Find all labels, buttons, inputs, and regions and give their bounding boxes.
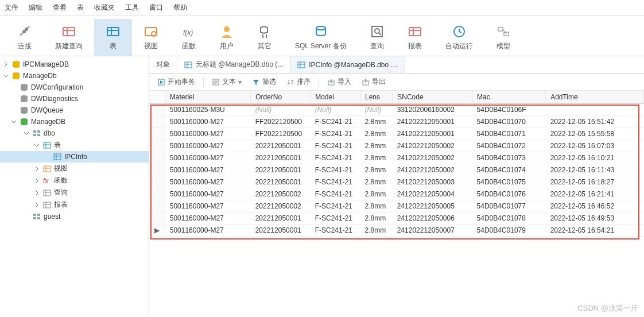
column-header-Materiel[interactable]: Materiel: [165, 91, 250, 103]
cell-OrderNo[interactable]: 202212050002: [251, 200, 311, 212]
text-button[interactable]: 文本 ▾: [208, 76, 245, 88]
tree-item-ManageDB[interactable]: ManageDB: [0, 116, 149, 127]
column-header-Lens[interactable]: Lens: [360, 91, 393, 103]
cell-OrderNo[interactable]: FF2022120500: [251, 115, 311, 127]
cell-OrderNo[interactable]: 202212050001: [251, 164, 311, 176]
cell-Lens[interactable]: 2.8mm: [360, 152, 393, 164]
tree-item-函数[interactable]: fx函数: [0, 175, 149, 187]
cell-AddTime[interactable]: 2022-12-05 16:54:21: [546, 224, 644, 236]
tree-twisty-icon[interactable]: [33, 190, 40, 196]
cell-Model[interactable]: F-SC241-21: [311, 152, 360, 164]
cell-Lens[interactable]: 2.8mm: [360, 127, 393, 140]
cell-Model[interactable]: F-SC241-21: [311, 212, 360, 224]
cell-Model[interactable]: (Null): [311, 103, 360, 115]
cell-Mac[interactable]: 54D0B4C01073: [472, 152, 546, 164]
cell-AddTime[interactable]: [546, 103, 644, 115]
cell-Model[interactable]: F-SC241-21: [311, 224, 360, 236]
tree-item-DWDiagnostics[interactable]: DWDiagnostics: [0, 93, 149, 105]
cell-OrderNo[interactable]: 202212050001: [251, 140, 311, 152]
menu-item-帮助[interactable]: 帮助: [173, 3, 187, 13]
cell-Lens[interactable]: 2.8mm: [360, 188, 393, 200]
tree-twisty-icon[interactable]: [33, 177, 40, 184]
cell-SNCode[interactable]: 331202006160002: [393, 103, 472, 115]
menu-item-工具[interactable]: 工具: [125, 3, 139, 13]
tree-item-dbo[interactable]: dbo: [0, 127, 149, 139]
column-header-Mac[interactable]: Mac: [472, 91, 546, 103]
cell-SNCode[interactable]: 241202212050004: [393, 188, 472, 200]
cell-Materiel[interactable]: 5001160000-M27: [165, 152, 250, 164]
table-row[interactable]: 5001160000-M27202212050001F-SC241-212.8m…: [149, 164, 644, 176]
toolbar-connect-button[interactable]: 连接: [6, 19, 44, 56]
cell-SNCode[interactable]: 241202212050005: [393, 200, 472, 212]
cell-AddTime[interactable]: 2022-12-05 15:55:58: [546, 127, 644, 140]
cell-Lens[interactable]: 2.8mm: [360, 140, 393, 152]
cell-Model[interactable]: F-SC241-21: [311, 140, 360, 152]
column-header-SNCode[interactable]: SNCode: [393, 91, 472, 103]
cell-SNCode[interactable]: 241202212050001: [393, 115, 472, 127]
cell-Mac[interactable]: 54D0B4C01074: [472, 164, 546, 176]
table-row[interactable]: 5001160000-M27202212050001F-SC241-212.8m…: [149, 140, 644, 152]
cell-AddTime[interactable]: 2022-12-05 16:11:43: [546, 164, 644, 176]
cell-OrderNo[interactable]: (Null): [251, 103, 311, 115]
cell-Materiel[interactable]: 5001160000-M27: [165, 176, 250, 188]
export-button[interactable]: 导出: [358, 76, 389, 88]
cell-AddTime[interactable]: 2022-12-05 16:07:03: [546, 140, 644, 152]
cell-Lens[interactable]: 2.8mm: [360, 164, 393, 176]
toolbar-query-button[interactable]: 查询: [358, 19, 396, 56]
menu-item-编辑[interactable]: 编辑: [29, 3, 42, 13]
cell-AddTime[interactable]: 2022-12-05 16:46:52: [546, 200, 644, 212]
tab-无标题 @ManageDB.dbo (...[interactable]: 无标题 @ManageDB.dbo (...: [177, 56, 290, 73]
table-row[interactable]: 5001160000-M27202212050002F-SC241-212.8m…: [149, 188, 644, 200]
tree-twisty-icon[interactable]: [10, 107, 17, 114]
tree-item-报表[interactable]: 报表: [0, 199, 149, 211]
cell-SNCode[interactable]: 241202212050001: [393, 127, 472, 140]
cell-Mac[interactable]: 54D0B4C01075: [472, 176, 546, 188]
sort-button[interactable]: 排序: [283, 76, 314, 88]
table-row[interactable]: 5001160000-M27202212050001F-SC241-212.8m…: [149, 212, 644, 224]
cell-Mac[interactable]: 54D0B4C01079: [472, 224, 546, 236]
cell-Lens[interactable]: 2.8mm: [360, 200, 393, 212]
table-row[interactable]: 5001160000-M27202212050001F-SC241-212.8m…: [149, 176, 644, 188]
cell-OrderNo[interactable]: 202212050001: [251, 176, 311, 188]
tab-对象[interactable]: 对象: [149, 56, 177, 73]
cell-AddTime[interactable]: 2022-12-05 16:10:21: [546, 152, 644, 164]
menu-item-收藏夹[interactable]: 收藏夹: [94, 3, 115, 13]
cell-Materiel[interactable]: 5001160000-M27: [165, 164, 250, 176]
cell-Materiel[interactable]: 5001160000-M27: [165, 212, 250, 224]
cell-Mac[interactable]: 54D0B4C01072: [472, 140, 546, 152]
cell-SNCode[interactable]: 241202212050003: [393, 176, 472, 188]
cell-Lens[interactable]: 2.8mm: [360, 115, 393, 127]
cell-AddTime[interactable]: 2022-12-05 16:49:53: [546, 212, 644, 224]
toolbar-newquery-button[interactable]: 新建查询: [44, 19, 94, 56]
import-button[interactable]: 导入: [324, 76, 355, 88]
cell-Model[interactable]: F-SC241-21: [311, 164, 360, 176]
toolbar-function-button[interactable]: f(x)函数: [170, 19, 208, 56]
toolbar-other-button[interactable]: 其它: [246, 19, 284, 56]
cell-AddTime[interactable]: 2022-12-05 16:18:27: [546, 176, 644, 188]
cell-Lens[interactable]: 2.8mm: [360, 224, 393, 236]
table-row[interactable]: 5001160000-M27202212050001F-SC241-212.8m…: [149, 152, 644, 164]
cell-OrderNo[interactable]: FF2022120500: [251, 127, 311, 140]
cell-SNCode[interactable]: 241202212050002: [393, 164, 472, 176]
cell-Lens[interactable]: 2.8mm: [360, 176, 393, 188]
menu-item-查看[interactable]: 查看: [53, 3, 67, 13]
toolbar-model-button[interactable]: 模型: [484, 19, 522, 56]
toolbar-report-button[interactable]: 报表: [396, 19, 434, 56]
tree-twisty-icon[interactable]: [44, 153, 51, 160]
column-header-OrderNo[interactable]: OrderNo: [251, 91, 311, 103]
cell-OrderNo[interactable]: 202212050002: [251, 188, 311, 200]
cell-Materiel[interactable]: 5001160000-M27: [165, 224, 250, 236]
cell-SNCode[interactable]: 241202212050006: [393, 212, 472, 224]
cell-OrderNo[interactable]: 202212050001: [251, 152, 311, 164]
tree-item-ManageDb[interactable]: ManageDb: [0, 70, 149, 82]
toolbar-autorun-button[interactable]: 自动运行: [434, 19, 484, 56]
tree-twisty-icon[interactable]: [33, 202, 40, 208]
cell-Materiel[interactable]: 5001160000-M27: [165, 115, 250, 127]
cell-OrderNo[interactable]: 202212050001: [251, 224, 311, 236]
tree-item-IPCInfo[interactable]: IPCInfo: [0, 151, 149, 163]
tree-twisty-icon[interactable]: [2, 72, 9, 79]
cell-Model[interactable]: F-SC241-21: [311, 115, 360, 127]
table-row[interactable]: 5001160000-M27FF2022120500F-SC241-212.8m…: [149, 127, 644, 140]
cell-Mac[interactable]: 54D0B4C01077: [472, 200, 546, 212]
cell-Mac[interactable]: 54D0B4C01078: [472, 212, 546, 224]
